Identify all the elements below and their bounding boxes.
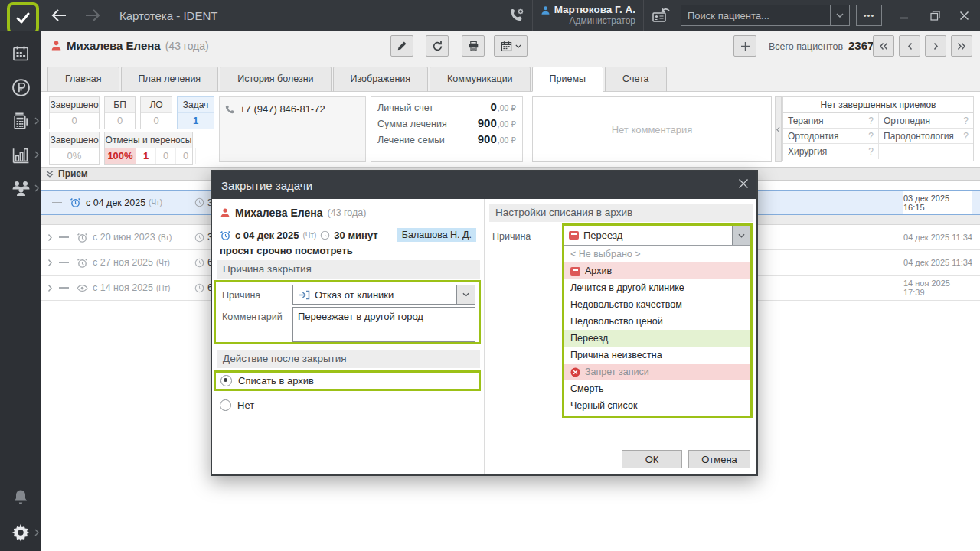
dropdown-option[interactable]: Недовольство ценой — [564, 313, 750, 330]
next-patient-button[interactable] — [925, 35, 946, 57]
patient-name: Михалева Елена — [67, 39, 161, 52]
close-reason-group: Причина Отказ от клиники Комментарий Пер… — [214, 280, 481, 344]
phone-icon — [225, 104, 235, 114]
back-arrow-icon[interactable] — [49, 5, 69, 25]
alarm-task-icon — [220, 230, 231, 241]
stat-bp: БП 0 — [104, 96, 136, 129]
radio-off-icon — [220, 399, 231, 411]
app-logo-icon — [7, 2, 39, 34]
task-dow: (Чт) — [302, 231, 316, 240]
tab-appointments[interactable]: Приемы — [532, 67, 603, 92]
first-patient-button[interactable] — [873, 35, 894, 57]
add-patient-button[interactable] — [733, 35, 756, 57]
chevron-down-icon[interactable] — [456, 285, 475, 304]
tab-medical-history[interactable]: История болезни — [220, 67, 331, 92]
expand-icon[interactable] — [47, 259, 53, 267]
search-input[interactable] — [681, 5, 830, 25]
task-date: с 04 дек 2025 — [235, 230, 299, 241]
tab-invoices[interactable]: Счета — [605, 67, 666, 92]
patient-icon — [220, 207, 230, 218]
comment-textarea[interactable]: Переезжает в другой город — [292, 307, 475, 342]
radio-no[interactable]: Нет — [220, 399, 254, 411]
close-button[interactable] — [952, 0, 975, 31]
dropdown-option-none[interactable]: < Не выбрано > — [564, 246, 750, 262]
exit-icon — [298, 290, 310, 300]
dialog-close-icon[interactable] — [738, 178, 749, 189]
sidebar-item-notifications[interactable] — [0, 482, 41, 513]
dropdown-option[interactable]: Причина неизвестна — [564, 347, 750, 364]
specialty-cell: Хирургия? — [783, 144, 879, 159]
close-reason-dropdown[interactable]: Отказ от клиники — [292, 285, 475, 305]
alarm-task-icon — [77, 257, 88, 269]
radio-on-icon — [220, 375, 232, 386]
created-datetime: 04 дек 2025 11:34 — [903, 225, 972, 249]
application-window: Картотека - IDENT Мартюкова Г. А. Админи… — [0, 0, 980, 551]
sidebar-item-settings[interactable] — [0, 517, 41, 548]
comment-label: Комментарий — [222, 311, 283, 322]
people-icon — [11, 179, 31, 197]
dropdown-option[interactable]: Недовольство качеством — [564, 296, 750, 313]
divider — [643, 0, 644, 31]
divider — [532, 0, 533, 31]
plus-icon — [740, 41, 750, 51]
tab-communications[interactable]: Коммуникации — [430, 67, 531, 92]
total-patients-label: Всего пациентов — [769, 41, 843, 52]
tab-treatment-plan[interactable]: План лечения — [121, 67, 219, 92]
archive-reason-dropdown[interactable]: Переезд — [564, 226, 750, 246]
edit-button[interactable] — [390, 35, 413, 57]
tab-main[interactable]: Главная — [47, 67, 119, 92]
phone-settings-icon[interactable] — [509, 8, 524, 23]
sidebar-item-payments[interactable] — [0, 72, 41, 103]
specialty-cell: Терапия? — [783, 113, 879, 129]
search-dropdown-icon[interactable] — [830, 5, 849, 25]
dropdown-option-ban[interactable]: Запрет записи — [564, 364, 750, 380]
more-options-button[interactable]: ••• — [856, 5, 882, 26]
calendar-menu-button[interactable] — [494, 35, 528, 57]
current-user[interactable]: Мартюкова Г. А. Администратор — [541, 5, 635, 26]
cancel-button[interactable]: Отмена — [688, 450, 750, 468]
user-role: Администратор — [569, 15, 635, 26]
sidebar-item-cash-register[interactable] — [0, 106, 41, 136]
sidebar-item-schedule[interactable] — [0, 38, 41, 69]
double-chevron-left-icon — [879, 42, 888, 51]
minimize-button[interactable] — [893, 0, 916, 31]
double-chevron-right-icon — [957, 42, 966, 51]
patient-phone[interactable]: +7 (947) 846-81-72 — [240, 103, 325, 115]
dropdown-option[interactable]: Смерть — [564, 380, 750, 397]
forward-arrow-icon[interactable] — [83, 5, 103, 25]
radio-archive[interactable]: Списать в архив — [220, 375, 314, 386]
collapse-all-icon — [46, 170, 54, 178]
expand-icon[interactable] — [47, 284, 53, 292]
patient-comment-box[interactable]: Нет комментария — [532, 96, 772, 162]
section-close-reason: Причина закрытия — [217, 260, 480, 279]
ban-icon — [570, 367, 580, 377]
sidebar-item-reports[interactable] — [0, 139, 41, 170]
archive-reason-dropdown-group: Переезд < Не выбрано > Архив Лечится в д… — [562, 223, 753, 418]
alarm-task-icon — [70, 197, 81, 208]
archive-icon — [569, 231, 579, 240]
dropdown-option[interactable]: Черный список — [564, 397, 750, 414]
refresh-icon — [432, 41, 443, 52]
dropdown-option-archive[interactable]: Архив — [564, 262, 750, 279]
tab-images[interactable]: Изображения — [333, 67, 429, 92]
clock-icon — [194, 258, 204, 268]
chevron-down-icon[interactable] — [732, 226, 750, 245]
maximize-button[interactable] — [923, 0, 946, 31]
last-patient-button[interactable] — [951, 35, 972, 57]
specialty-cell: Ортодонтия? — [783, 129, 879, 144]
dropdown-option-selected[interactable]: Переезд — [564, 330, 750, 347]
bell-icon — [11, 488, 30, 507]
refresh-button[interactable] — [426, 35, 449, 57]
collapse-panel-handle[interactable] — [775, 96, 782, 162]
dropdown-option[interactable]: Лечится в другой клинике — [564, 279, 750, 296]
specialty-cell: Пародонтология? — [879, 129, 973, 144]
prev-patient-button[interactable] — [899, 35, 920, 57]
printer-icon — [468, 41, 479, 52]
expand-icon[interactable] — [47, 233, 53, 242]
print-button[interactable] — [462, 35, 485, 57]
sidebar-item-staff[interactable] — [0, 173, 41, 204]
user-name: Мартюкова Г. А. — [554, 5, 635, 15]
ok-button[interactable]: ОК — [622, 450, 682, 468]
pencil-icon — [397, 41, 407, 51]
patient-card-return-icon[interactable] — [652, 7, 671, 24]
